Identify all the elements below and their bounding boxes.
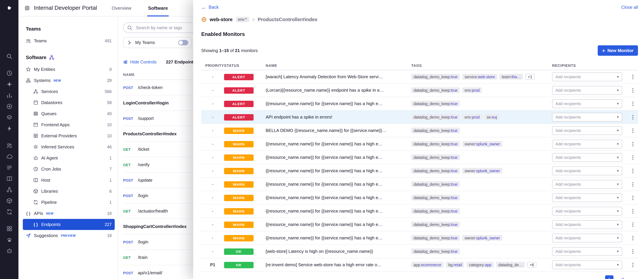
search-nav-button[interactable] (4, 52, 14, 61)
add-recipients-dropdown[interactable]: Add recipients▾ (552, 126, 622, 135)
tab-overview[interactable]: Overview (111, 0, 132, 16)
add-recipients-dropdown[interactable]: Add recipients▾ (552, 72, 622, 81)
monitor-name[interactable]: (Lorcan){{resource_name.name}} endpoint … (266, 88, 411, 93)
monitor-name[interactable]: {{resource_name.name}} for {{service.nam… (266, 182, 411, 187)
hide-controls-button[interactable]: Hide Controls (123, 59, 157, 65)
row-menu-button[interactable]: ⋮ (628, 208, 638, 214)
sidebar-item-my-entities[interactable]: My Entities0 (23, 64, 115, 75)
monitor-name[interactable]: {{resource_name.name}} for {{service.nam… (266, 168, 411, 173)
logs-nav-button[interactable] (4, 163, 14, 172)
my-teams-facet[interactable]: My Teams (123, 37, 192, 48)
row-menu-button[interactable]: ⋮ (628, 87, 638, 93)
previous-page-button[interactable]: ← (595, 276, 600, 279)
monitor-name[interactable]: [web-store] Latency is high on {{resourc… (266, 249, 411, 254)
ci-visibility-nav-button[interactable] (4, 102, 14, 110)
monitor-name[interactable]: {{resource_name.name}} for {{service.nam… (266, 208, 411, 213)
software-catalog-nav-button[interactable] (4, 197, 14, 205)
integrations-nav-button[interactable] (4, 114, 14, 122)
add-recipients-dropdown[interactable]: Add recipients▾ (552, 220, 622, 229)
sync-nav-button[interactable] (4, 208, 14, 216)
add-recipients-dropdown[interactable]: Add recipients▾ (552, 153, 622, 162)
sidebar-item-external-providers[interactable]: External Providers10 (23, 130, 115, 141)
page-2-button[interactable]: 2 (618, 275, 627, 279)
new-monitor-button[interactable]: + New Monitor (598, 45, 638, 56)
monitor-name[interactable]: {{resource_name.name}} for {{service.nam… (266, 222, 411, 227)
sidebar-item-endpoints[interactable]: { }Endpoints227 (23, 219, 115, 230)
breadcrumb-separator: > (252, 17, 254, 22)
sidebar-item-ai-agent[interactable]: AI Agent1 (23, 152, 115, 163)
my-teams-toggle[interactable] (178, 40, 188, 45)
row-menu-button[interactable]: ⋮ (628, 154, 638, 160)
sidebar-item-host[interactable]: Host1 (23, 175, 115, 186)
page-1-button[interactable]: 1 (605, 275, 614, 279)
row-menu-button[interactable]: ⋮ (628, 262, 638, 268)
monitor-name[interactable]: {{resource_name.name}} for {{service.nam… (266, 141, 411, 146)
tab-software[interactable]: Software (148, 0, 168, 16)
add-recipients-dropdown[interactable]: Add recipients▾ (552, 99, 622, 108)
cloud-nav-button[interactable] (4, 152, 14, 160)
add-recipients-dropdown[interactable]: Add recipients▾ (552, 86, 622, 95)
sidebar-item-suggestions[interactable]: SuggestionsPREVIEW18 (23, 230, 115, 241)
monitor-name[interactable]: API endpoint has a spike in errors! (266, 115, 411, 120)
actions-nav-button[interactable] (4, 125, 14, 133)
sidebar-item-queues[interactable]: Queues40 (23, 108, 115, 119)
more-tags-chip[interactable]: +6 (527, 262, 536, 267)
security-nav-button[interactable] (4, 225, 14, 233)
close-all-button[interactable]: Close all (621, 5, 638, 10)
more-tags-chip[interactable]: +1 (526, 74, 534, 80)
chevron-right-icon (127, 40, 132, 45)
monitor-name[interactable]: {{resource_name.name}} for {{service.nam… (266, 101, 411, 106)
row-menu-button[interactable]: ⋮ (628, 195, 638, 201)
tag-pill: datadog_demo_keep:true (411, 128, 460, 133)
pets-nav-button[interactable] (4, 236, 14, 244)
add-recipients-dropdown[interactable]: Add recipients▾ (552, 247, 622, 256)
datadog-logo[interactable] (3, 2, 15, 14)
sidebar-item-frontend-apps[interactable]: Frontend Apps10 (23, 119, 115, 130)
add-recipients-dropdown[interactable]: Add recipients▾ (552, 233, 622, 242)
add-recipients-dropdown[interactable]: Add recipients▾ (552, 180, 622, 188)
monitor-name[interactable]: {{resource_name.name}} for {{service.nam… (266, 195, 411, 200)
row-menu-button[interactable]: ⋮ (628, 235, 638, 241)
recipients-cell: Add recipients▾ (552, 180, 628, 188)
bits-ai-nav-button[interactable] (4, 247, 14, 255)
sidebar-item-services[interactable]: Services566 (23, 86, 115, 97)
row-menu-button[interactable]: ⋮ (628, 141, 638, 147)
metrics-nav-button[interactable] (4, 91, 14, 99)
add-recipients-dropdown[interactable]: Add recipients▾ (552, 260, 622, 269)
sidebar-item-teams[interactable]: Teams491 (23, 35, 115, 46)
breadcrumb-service[interactable]: web-store (210, 17, 232, 22)
sidebar-item-systems[interactable]: SystemsNEW28 (23, 75, 115, 86)
next-page-button[interactable]: → (632, 276, 637, 279)
history-nav-button[interactable] (4, 69, 14, 77)
service-connections-nav-button[interactable] (4, 186, 14, 194)
monitor-name[interactable]: {{resource_name.name}} for {{service.nam… (266, 155, 411, 160)
tag-pill: datadog_demo_keep:true (411, 181, 460, 187)
sidebar-item-cron-jobs[interactable]: Cron Jobs7 (23, 163, 115, 175)
add-recipients-dropdown[interactable]: Add recipients▾ (552, 166, 622, 175)
sidebar-item-apis[interactable]: { }APIsNEW18 (23, 208, 115, 219)
sparkles-nav-button[interactable] (4, 80, 14, 88)
row-menu-button[interactable]: ⋮ (628, 181, 638, 187)
sidebar-item-libraries[interactable]: Libraries6 (23, 186, 115, 197)
add-recipients-dropdown[interactable]: Add recipients▾ (552, 140, 622, 148)
row-menu-button[interactable]: ⋮ (628, 114, 638, 120)
add-recipients-dropdown[interactable]: Add recipients▾ (552, 193, 622, 202)
row-menu-button[interactable]: ⋮ (628, 101, 638, 107)
add-recipients-dropdown[interactable]: Add recipients▾ (552, 207, 622, 215)
dashboards-nav-button[interactable] (4, 175, 14, 183)
row-menu-button[interactable]: ⋮ (628, 248, 638, 254)
back-button[interactable]: ← Back (201, 5, 219, 10)
monitor-name[interactable]: BELLA DEMO {{resource_name.name}} for {{… (266, 128, 411, 133)
row-menu-button[interactable]: ⋮ (628, 74, 638, 80)
sidebar-item-inferred-services[interactable]: Inferred Services46 (23, 141, 115, 152)
org-nav-button[interactable] (4, 141, 14, 149)
monitor-name[interactable]: [re:invent demo] Service web-store has a… (266, 262, 411, 267)
monitor-name[interactable]: {{resource_name.name}} for {{service.nam… (266, 235, 411, 240)
monitor-name[interactable]: [warach] Latency Anomaly Detection from … (266, 74, 411, 79)
row-menu-button[interactable]: ⋮ (628, 221, 638, 227)
row-menu-button[interactable]: ⋮ (628, 127, 638, 133)
row-menu-button[interactable]: ⋮ (628, 168, 638, 174)
sidebar-item-pipeline[interactable]: Pipeline1 (23, 197, 115, 208)
add-recipients-dropdown[interactable]: Add recipients▾ (552, 113, 622, 121)
sidebar-item-datastores[interactable]: Datastores58 (23, 97, 115, 108)
